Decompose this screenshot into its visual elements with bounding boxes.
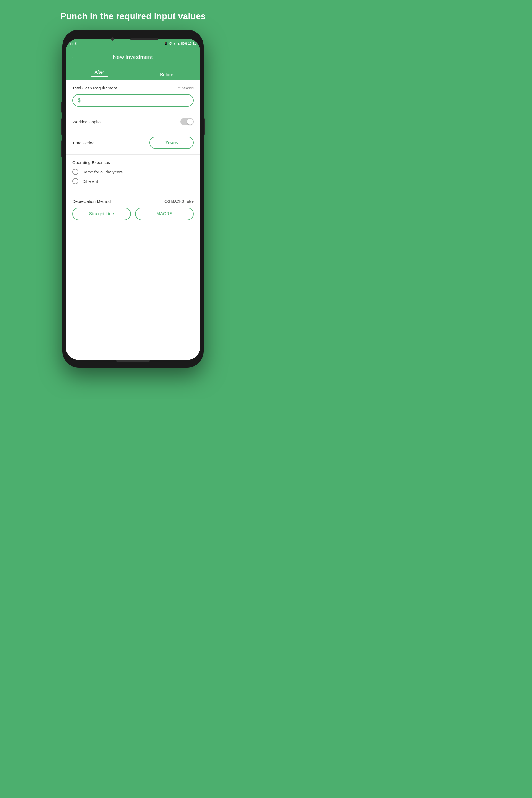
straight-line-button[interactable]: Straight Line [72,208,131,220]
years-button[interactable]: Years [149,137,194,149]
tab-after-underline [91,76,108,77]
tab-before-label: Before [160,72,173,77]
macrs-button[interactable]: MACRS [135,208,194,220]
working-capital-label: Working Capital [72,119,102,124]
tab-bar: After Before [66,66,200,80]
radio-different-label: Different [82,179,98,184]
radio-same-years[interactable]: Same for all the years [72,169,194,175]
table-icon: ⌫ [164,199,170,204]
total-cash-sublabel: in Millions [178,86,194,90]
vibrate-icon: 📱 [164,42,168,45]
time-period-section: Time Period Years [66,131,200,155]
macrs-table-link[interactable]: ⌫ MACRS Table [164,199,194,204]
total-cash-label: Total Cash Requirement [72,86,117,90]
volume-up-button [61,102,62,113]
phone-icon: ✆ [75,42,77,45]
tab-after[interactable]: After [66,70,133,80]
depreciation-method-buttons: Straight Line MACRS [72,208,194,220]
battery-percentage: 89% 10:51 [181,42,196,45]
mute-button [61,140,62,157]
radio-different-circle [72,178,78,184]
volume-down-button [61,118,62,135]
home-indicator [116,360,150,362]
radio-same-years-circle [72,169,78,175]
tab-after-label: After [95,70,104,75]
phone-screen: ▢ ✆ 📱 ⏱ ▼ ▲ 89% 10:51 ← New Investment A… [66,39,200,360]
radio-different[interactable]: Different [72,178,194,184]
working-capital-toggle[interactable] [180,118,194,125]
dollar-input-wrapper[interactable]: $ [72,94,194,107]
toggle-knob [187,119,193,125]
camera-icon [111,37,114,41]
cash-requirement-input[interactable] [82,98,188,103]
signal-icon: ▲ [177,42,180,45]
status-right-info: 📱 ⏱ ▼ ▲ 89% 10:51 [164,42,196,45]
page-headline: Punch in the required input values [49,11,217,21]
content-area: Total Cash Requirement in Millions $ Wor… [66,80,200,360]
depreciation-label: Depreciation Method [72,199,111,204]
working-capital-section: Working Capital [66,113,200,131]
wifi-icon: ▼ [173,42,176,45]
depreciation-section: Depreciation Method ⌫ MACRS Table Straig… [66,193,200,226]
macrs-table-text: MACRS Table [171,199,194,203]
android-icon: ▢ [70,42,73,45]
phone-device: ▢ ✆ 📱 ⏱ ▼ ▲ 89% 10:51 ← New Investment A… [62,30,204,368]
status-left-icons: ▢ ✆ [70,42,77,45]
time-period-label: Time Period [72,140,94,145]
tab-before[interactable]: Before [133,72,200,80]
app-bar: ← New Investment [66,49,200,66]
radio-same-years-label: Same for all the years [82,170,123,174]
total-cash-section: Total Cash Requirement in Millions $ [66,80,200,113]
back-button[interactable]: ← [71,54,77,61]
app-bar-title: New Investment [77,54,188,60]
speaker [130,38,158,40]
operating-expenses-section: Operating Expenses Same for all the year… [66,155,200,193]
power-button [204,118,205,135]
currency-symbol: $ [78,97,81,103]
alarm-icon: ⏱ [169,42,172,45]
operating-expenses-title: Operating Expenses [72,160,194,165]
